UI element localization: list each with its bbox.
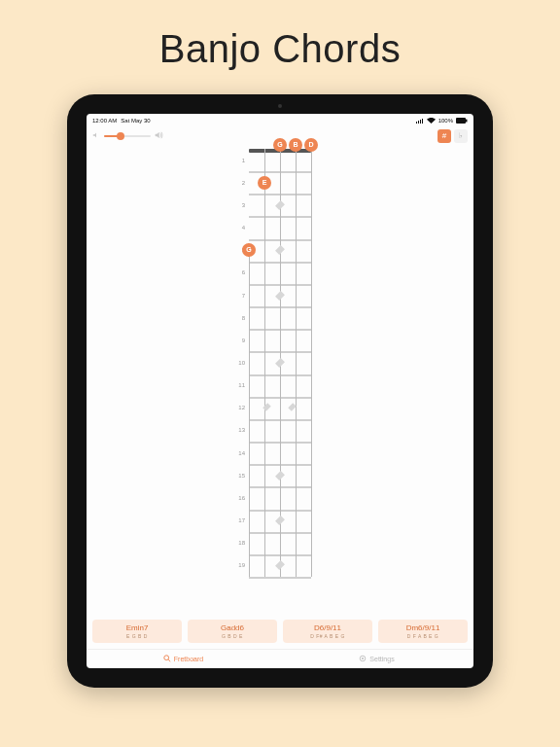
fret-number: 6 (242, 262, 245, 283)
fret-number: 8 (242, 307, 245, 329)
fret-number: 16 (238, 487, 245, 509)
fret-inlay (275, 560, 285, 570)
tab-fretboard[interactable]: Fretboard (87, 650, 280, 668)
status-time: 12:00 AM (92, 118, 117, 124)
fret-number: 17 (238, 510, 245, 531)
fret-number: 13 (238, 419, 245, 441)
status-bar: 12:00 AM Sat May 30 100% (87, 114, 473, 127)
sharp-button[interactable]: # (438, 129, 451, 143)
string-line (264, 149, 265, 577)
flat-button[interactable]: ♭ (454, 129, 468, 143)
note-marker[interactable]: E (258, 176, 271, 190)
chord-button[interactable]: Emin7E G B D (92, 620, 182, 643)
fretboard-area: 12345678910111213141516171819 GBDEG (87, 145, 473, 614)
chord-name: Emin7 (92, 623, 182, 632)
screen: 12:00 AM Sat May 30 100% (87, 114, 473, 668)
fret-inlay (275, 200, 285, 210)
tab-label: Fretboard (174, 656, 203, 662)
chord-button[interactable]: Gadd6G B D E (188, 620, 277, 643)
status-date: Sat May 30 (121, 118, 150, 124)
fret-inlay (275, 358, 285, 368)
battery-icon (456, 118, 468, 124)
fret-number: 7 (242, 285, 245, 306)
chord-notes: D F A B E G (378, 633, 468, 639)
fret-number: 14 (238, 443, 245, 464)
tab-settings[interactable]: Settings (280, 650, 473, 668)
signal-icon (416, 118, 424, 124)
svg-point-5 (362, 658, 364, 659)
volume-high-icon (155, 131, 164, 141)
fret-inlay (275, 245, 285, 255)
fret-number: 18 (238, 532, 245, 553)
note-marker[interactable]: G (242, 243, 256, 257)
fret-number: 9 (242, 330, 245, 351)
note-marker[interactable]: G (273, 138, 287, 152)
fret-number: 19 (238, 554, 245, 576)
fret-inlay (275, 291, 285, 301)
note-marker[interactable]: B (289, 138, 302, 152)
volume-control[interactable] (92, 131, 164, 141)
chord-notes: D F# A B E G (283, 633, 372, 639)
chord-notes: G B D E (188, 633, 277, 639)
tab-bar: Fretboard Settings (87, 649, 473, 668)
fret-number: 11 (238, 374, 245, 396)
fret-inlay (275, 516, 285, 525)
chord-name: Dm6/9/11 (378, 623, 468, 632)
page-title: Banjo Chords (0, 0, 560, 94)
svg-line-3 (168, 659, 170, 661)
svg-point-2 (164, 655, 169, 659)
fret-number: 10 (238, 352, 245, 374)
chord-notes: E G B D (92, 633, 182, 639)
fret-number: 15 (238, 465, 245, 486)
volume-slider[interactable] (104, 135, 151, 137)
fret-inlay (275, 471, 285, 480)
chord-button[interactable]: Dm6/9/11D F A B E G (378, 620, 468, 643)
volume-low-icon (92, 131, 100, 141)
chord-name: D6/9/11 (283, 623, 372, 632)
chord-name: Gadd6 (188, 623, 277, 632)
fret-number: 1 (242, 150, 245, 171)
svg-rect-0 (456, 118, 466, 124)
fret-line (249, 577, 311, 579)
fret-number: 3 (242, 195, 245, 216)
fret-number: 12 (238, 397, 245, 418)
string-line (296, 149, 297, 577)
slider-thumb[interactable] (117, 132, 124, 140)
status-battery: 100% (438, 118, 453, 124)
device-frame: 12:00 AM Sat May 30 100% (67, 94, 493, 688)
tab-label: Settings (369, 656, 394, 662)
chord-button[interactable]: D6/9/11D F# A B E G (283, 620, 372, 643)
string-line (311, 149, 312, 577)
search-icon (163, 655, 171, 664)
gear-icon (359, 655, 367, 664)
fret-number: 2 (242, 172, 245, 194)
chord-row: Emin7E G B DGadd6G B D ED6/9/11D F# A B … (87, 614, 473, 649)
string-line (249, 248, 250, 577)
svg-rect-1 (466, 120, 468, 123)
wifi-icon (427, 118, 436, 124)
note-marker[interactable]: D (304, 138, 318, 152)
fret-number: 4 (242, 217, 245, 238)
fretboard[interactable]: GBDEG (249, 149, 311, 577)
